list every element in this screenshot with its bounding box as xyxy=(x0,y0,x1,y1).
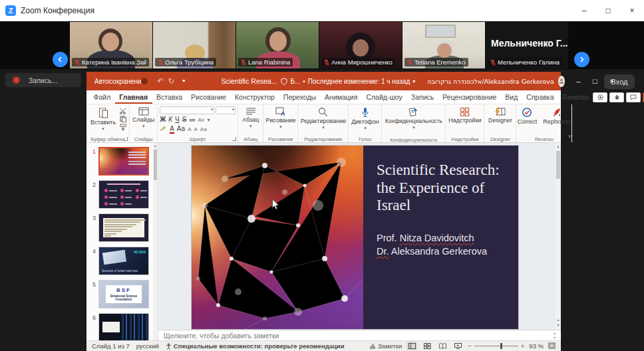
tab-slideshow[interactable]: Слайд-шоу xyxy=(362,90,406,104)
tab-reverso[interactable]: Reverso xyxy=(558,90,593,104)
undo-icon[interactable]: ↶ xyxy=(157,77,164,85)
participant-video-tile[interactable]: Lana Riabinina xyxy=(236,22,319,68)
participant-video-tile[interactable]: Катерина Іванівна Зай.. xyxy=(70,22,152,68)
notes-scroll-arrows[interactable]: ▴▾ xyxy=(554,331,556,340)
editing-button[interactable]: Редактирование ▾ xyxy=(299,106,349,130)
tab-draw[interactable]: Рисование xyxy=(187,90,231,104)
character-spacing-button[interactable]: AV xyxy=(198,117,204,123)
zoom-maximize-button[interactable]: □ xyxy=(596,0,620,21)
notes-toggle-button[interactable]: Заметки xyxy=(369,342,402,350)
zoom-slider-track[interactable] xyxy=(474,346,518,346)
zoom-slider-thumb[interactable] xyxy=(500,343,502,349)
dictate-button[interactable]: Диктофон ▾ xyxy=(349,106,381,131)
ppt-minimize-button[interactable]: – xyxy=(570,77,587,85)
participants-scroll-left-button[interactable] xyxy=(53,52,68,67)
zoom-percentage[interactable]: 93 % xyxy=(529,342,544,350)
correct-button[interactable]: Correct xyxy=(516,106,540,126)
sensitivity-button[interactable]: Конфиденциальность ▾ xyxy=(383,106,444,130)
slide-title[interactable]: Scientific Research: the Experience of I… xyxy=(377,162,506,215)
ppt-restore-button[interactable]: □ xyxy=(587,77,603,85)
zoom-minimize-button[interactable]: – xyxy=(572,0,596,21)
quick-access-dropdown-icon[interactable]: ▾ xyxy=(182,78,185,84)
tab-animations[interactable]: Анимация xyxy=(321,90,362,104)
paragraph-button[interactable]: Абзац ▾ xyxy=(240,106,261,129)
format-painter-icon[interactable] xyxy=(120,124,127,130)
avatar[interactable] xyxy=(558,76,565,87)
editor-scrollbar[interactable]: ▴ ▴▾ xyxy=(556,143,561,330)
participant-video-tile[interactable]: Мельниченко Г... Мельниченко Галина xyxy=(486,22,568,68)
font-color-button[interactable]: А xyxy=(170,125,174,134)
slide-sorter-view-button[interactable] xyxy=(422,342,432,350)
slide-thumbnail-3[interactable] xyxy=(98,213,149,242)
cut-icon[interactable] xyxy=(120,108,127,114)
redo-icon[interactable]: ↻ xyxy=(168,77,174,85)
copy-icon[interactable] xyxy=(120,116,127,122)
tab-insert[interactable]: Вставка xyxy=(152,90,187,104)
slide-indicator[interactable]: Слайд 1 из 7 xyxy=(92,342,130,350)
tab-review[interactable]: Рецензирование xyxy=(438,90,501,104)
scrollbar-thumb[interactable] xyxy=(154,150,157,180)
language-indicator[interactable]: русский xyxy=(136,342,159,350)
slide-authors[interactable]: Prof. Nitza Davidovitch Dr. Aleksandra G… xyxy=(377,232,518,258)
slide-thumbnail-1[interactable] xyxy=(98,147,149,176)
tab-file[interactable]: Файл xyxy=(89,90,115,104)
italic-button[interactable]: К xyxy=(168,116,172,123)
zoom-out-button[interactable]: − xyxy=(468,342,472,350)
accessibility-status[interactable]: Специальные возможности: проверьте реком… xyxy=(166,342,345,350)
grow-font-button[interactable]: А xyxy=(188,126,191,132)
normal-view-button[interactable] xyxy=(406,342,417,350)
prev-next-slide-buttons[interactable]: ▴▾ xyxy=(556,318,561,328)
account-name[interactable]: אלכסנדרה גרקרובה/Aleksandra Gerkerova xyxy=(427,78,554,85)
notes-pane[interactable]: Щелкните, чтобы добавить заметки ▴▾ xyxy=(158,330,561,340)
dialog-launcher-icon[interactable] xyxy=(124,137,128,141)
comments-button[interactable] xyxy=(626,92,641,102)
thumbnail-scrollbar[interactable]: ▴ xyxy=(153,143,158,340)
tab-home[interactable]: Главная xyxy=(115,90,152,104)
tab-design[interactable]: Конструктор xyxy=(230,90,279,104)
tab-record[interactable]: Запись xyxy=(406,90,438,104)
participant-video-tile[interactable]: Tetiana Eremenko xyxy=(402,22,485,68)
designer-button[interactable]: Designer xyxy=(486,106,514,124)
record-button[interactable] xyxy=(593,92,607,102)
underline-button[interactable]: Ч xyxy=(175,116,180,123)
addin-button[interactable] xyxy=(609,92,624,102)
shrink-font-button[interactable]: А xyxy=(194,126,198,132)
scrollbar-thumb[interactable] xyxy=(556,151,560,179)
slideshow-view-button[interactable] xyxy=(452,342,463,350)
notes-placeholder[interactable]: Щелкните, чтобы добавить заметки xyxy=(164,332,279,340)
paste-button[interactable]: Вставить ▾ xyxy=(88,106,118,132)
text-shadow-button[interactable]: ab xyxy=(189,117,195,123)
document-status[interactable]: Б... • Последнее изменение: 1 ч назад ▾ xyxy=(281,78,415,85)
change-case-button[interactable]: Аа xyxy=(177,125,185,132)
tab-help[interactable]: Справка xyxy=(522,90,558,104)
clear-formatting-button[interactable]: Аа xyxy=(200,126,207,132)
highlight-pen-icon[interactable] xyxy=(160,124,167,131)
strikethrough-button[interactable]: S xyxy=(182,116,187,123)
participant-video-tile[interactable]: Анна Мирошниченко xyxy=(319,22,402,68)
dialog-launcher-icon[interactable] xyxy=(232,137,236,141)
tab-transitions[interactable]: Переходы xyxy=(279,90,320,104)
bold-button[interactable]: Ж xyxy=(160,116,166,123)
participants-scroll-right-button[interactable] xyxy=(574,52,589,67)
reading-view-button[interactable] xyxy=(437,342,448,350)
recording-indicator[interactable]: Запись... xyxy=(5,73,81,87)
zoom-in-button[interactable]: + xyxy=(521,342,525,350)
ppt-close-button[interactable]: × xyxy=(603,77,620,85)
addins-button[interactable]: Надстройки xyxy=(446,106,483,124)
document-title[interactable]: Scientific Resea... xyxy=(221,77,277,85)
zoom-close-button[interactable]: × xyxy=(620,0,644,21)
slide-thumbnail-5[interactable]: BSF Binational Science Foundation xyxy=(98,280,149,308)
rephraser-button[interactable]: Rephraser xyxy=(541,106,573,126)
new-slide-button[interactable]: Слайды ▾ xyxy=(130,106,157,129)
zoom-slider[interactable]: − + xyxy=(468,342,524,350)
slide-thumbnail-6[interactable] xyxy=(98,313,149,340)
slide-editor-area[interactable]: Scientific Research: the Experience of I… xyxy=(158,143,561,330)
slide-canvas[interactable]: Scientific Research: the Experience of I… xyxy=(192,146,518,329)
participant-video-tile[interactable]: Ольга Трубіцина xyxy=(153,22,236,68)
fit-to-window-button[interactable] xyxy=(548,342,556,350)
scroll-up-icon[interactable]: ▴ xyxy=(556,144,561,148)
drawing-button[interactable]: A Рисование ▾ xyxy=(263,106,297,130)
slide-thumbnail-4[interactable]: 40,000 Success of Israeli start-ups xyxy=(98,247,149,275)
font-name-combobox[interactable] xyxy=(160,106,214,114)
slide-thumbnail-2[interactable] xyxy=(98,180,149,209)
